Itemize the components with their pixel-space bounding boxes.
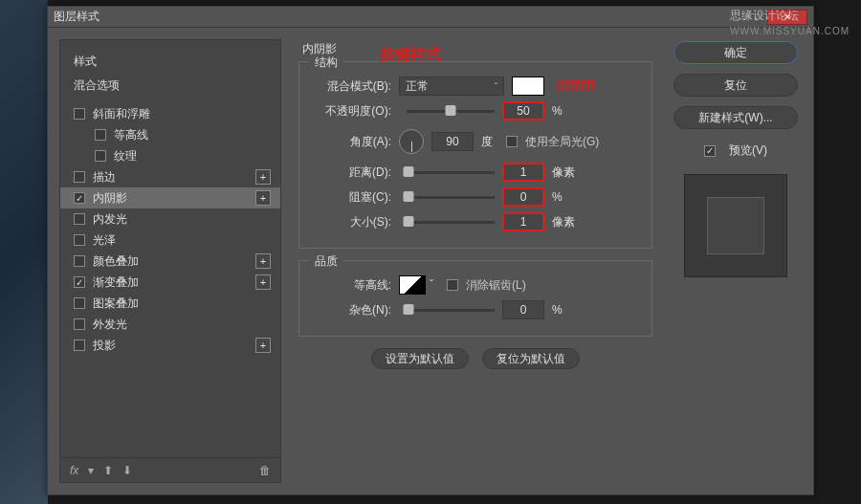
panel-title: 内阴影: [298, 41, 652, 57]
trash-icon[interactable]: 🗑: [259, 464, 271, 477]
style-item-3[interactable]: 描边+: [60, 166, 280, 187]
cancel-button[interactable]: 复位: [673, 74, 798, 97]
contour-label: 等高线:: [313, 277, 399, 294]
style-checkbox[interactable]: [74, 255, 85, 267]
distance-label: 距离(D):: [313, 164, 399, 181]
style-item-1[interactable]: 等高线: [60, 124, 280, 145]
distance-input[interactable]: [502, 163, 544, 182]
style-item-2[interactable]: 纹理: [60, 145, 280, 166]
style-label: 斜面和浮雕: [93, 106, 150, 122]
style-checkbox[interactable]: [74, 318, 85, 330]
style-checkbox[interactable]: [74, 276, 85, 288]
style-checkbox[interactable]: [74, 234, 85, 246]
style-label: 投影: [93, 338, 116, 354]
style-label: 等高线: [114, 127, 148, 143]
color-swatch[interactable]: [512, 77, 544, 96]
styles-header[interactable]: 样式: [74, 50, 267, 74]
angle-input[interactable]: [431, 132, 474, 151]
choke-slider[interactable]: [407, 196, 495, 199]
contour-picker[interactable]: [399, 275, 426, 295]
style-item-8[interactable]: 渐变叠加+: [60, 272, 280, 293]
style-checkbox[interactable]: [74, 192, 85, 204]
style-checkbox[interactable]: [74, 340, 85, 351]
opacity-slider[interactable]: [407, 110, 495, 113]
fx-icon[interactable]: fx: [70, 464, 78, 477]
size-input[interactable]: [502, 212, 544, 231]
reset-default-button[interactable]: 复位为默认值: [482, 348, 580, 369]
global-light-label: 使用全局光(G): [525, 134, 599, 150]
annotation-title: 按键样式: [380, 45, 441, 65]
style-item-9[interactable]: 图案叠加: [60, 293, 280, 314]
watermark: 思缘设计论坛 WWW.MISSYUAN.COM: [730, 8, 850, 37]
style-item-0[interactable]: 斜面和浮雕: [60, 103, 280, 124]
add-effect-icon[interactable]: +: [255, 338, 271, 353]
settings-panel: 内阴影 结构 按键样式 混合模式(B): 正常ˇ #ffffff 不透明度(O)…: [295, 39, 656, 483]
preview-label: 预览(V): [729, 142, 767, 159]
preview-thumbnail: [684, 174, 787, 277]
layer-style-dialog: 图层样式 ✕ 样式 混合选项 斜面和浮雕等高线纹理描边+内阴影+内发光光泽颜色叠…: [47, 6, 814, 495]
choke-input[interactable]: [502, 187, 544, 207]
opacity-label: 不透明度(O):: [313, 103, 399, 120]
add-effect-icon[interactable]: +: [255, 253, 271, 269]
style-item-6[interactable]: 光泽: [60, 230, 280, 251]
size-label: 大小(S):: [313, 214, 399, 230]
noise-slider[interactable]: [407, 309, 495, 312]
style-item-5[interactable]: 内发光: [60, 208, 280, 230]
antialias-checkbox[interactable]: [447, 279, 458, 291]
angle-label: 角度(A):: [313, 134, 399, 150]
style-label: 描边: [93, 169, 116, 186]
blending-header[interactable]: 混合选项: [74, 74, 267, 98]
arrow-up-icon[interactable]: ⬆: [103, 464, 113, 477]
style-label: 内发光: [93, 211, 127, 228]
angle-dial[interactable]: [399, 129, 424, 154]
noise-input[interactable]: [502, 300, 544, 319]
arrow-down-icon[interactable]: ⬇: [122, 464, 132, 477]
style-checkbox[interactable]: [95, 150, 106, 162]
new-style-button[interactable]: 新建样式(W)...: [673, 106, 798, 129]
make-default-button[interactable]: 设置为默认值: [371, 348, 469, 369]
style-label: 图案叠加: [93, 296, 139, 312]
size-slider[interactable]: [407, 221, 495, 224]
style-item-7[interactable]: 颜色叠加+: [60, 251, 280, 272]
style-checkbox[interactable]: [74, 297, 85, 309]
chevron-down-icon[interactable]: ˇ: [430, 278, 433, 292]
style-item-11[interactable]: 投影+: [60, 335, 280, 356]
styles-footer: fx ▾ ⬆ ⬇ 🗑: [60, 457, 280, 482]
style-checkbox[interactable]: [74, 171, 85, 183]
blend-mode-label: 混合模式(B):: [313, 78, 399, 95]
chevron-down-icon: ˇ: [495, 81, 497, 91]
preview-checkbox[interactable]: [704, 145, 716, 157]
style-label: 外发光: [93, 317, 127, 333]
style-label: 内阴影: [93, 190, 127, 207]
add-effect-icon[interactable]: +: [255, 274, 271, 290]
ok-button[interactable]: 确定: [673, 41, 798, 64]
choke-label: 阻塞(C):: [313, 189, 399, 206]
style-label: 渐变叠加: [93, 274, 139, 291]
style-checkbox[interactable]: [74, 213, 85, 225]
opacity-input[interactable]: [502, 101, 544, 121]
annotation-color: #ffffff: [556, 77, 595, 95]
antialias-label: 消除锯齿(L): [466, 277, 526, 294]
add-effect-icon[interactable]: +: [255, 169, 271, 185]
noise-label: 杂色(N):: [313, 302, 399, 318]
style-label: 光泽: [93, 232, 116, 249]
chevron-down-icon[interactable]: ▾: [88, 464, 94, 477]
structure-group: 结构 按键样式 混合模式(B): 正常ˇ #ffffff 不透明度(O): %: [298, 61, 652, 249]
style-item-4[interactable]: 内阴影+: [60, 187, 280, 208]
styles-list-panel: 样式 混合选项 斜面和浮雕等高线纹理描边+内阴影+内发光光泽颜色叠加+渐变叠加+…: [59, 39, 281, 483]
style-checkbox[interactable]: [95, 129, 106, 141]
style-checkbox[interactable]: [74, 108, 85, 120]
dialog-title: 图层样式: [54, 9, 99, 25]
action-panel: 确定 复位 新建样式(W)... 预览(V): [670, 39, 802, 483]
titlebar: 图层样式 ✕: [48, 7, 813, 28]
quality-group: 品质 等高线: ˇ 消除锯齿(L) 杂色(N): %: [298, 260, 652, 337]
style-label: 纹理: [114, 148, 137, 164]
distance-slider[interactable]: [407, 171, 495, 174]
add-effect-icon[interactable]: +: [255, 190, 271, 206]
style-label: 颜色叠加: [93, 253, 139, 270]
blend-mode-select[interactable]: 正常ˇ: [399, 77, 504, 96]
style-item-10[interactable]: 外发光: [60, 314, 280, 335]
global-light-checkbox[interactable]: [506, 136, 518, 147]
